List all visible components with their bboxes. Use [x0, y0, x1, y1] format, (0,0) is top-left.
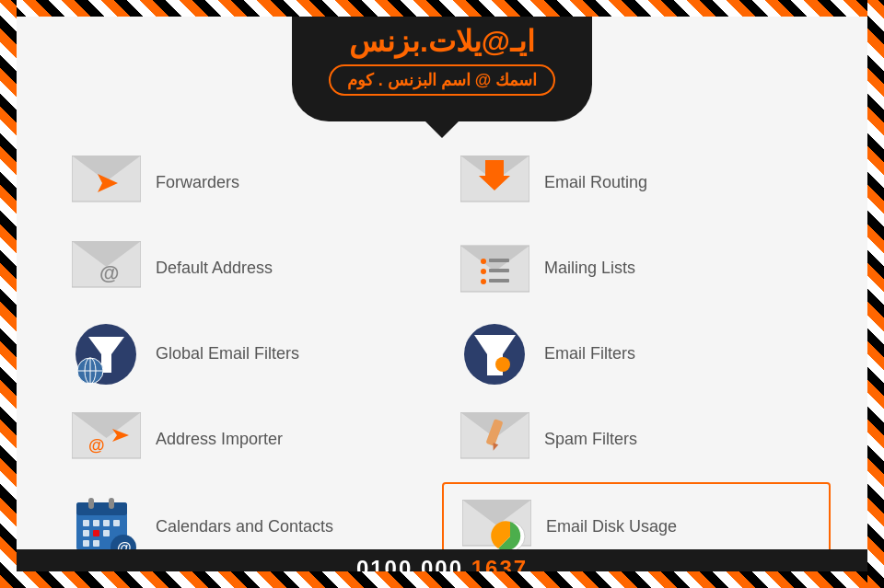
email-filters-item[interactable]: Email Filters [442, 311, 831, 397]
calendar-at-icon: @ [72, 497, 141, 557]
envelope-arrow-down-icon [460, 153, 529, 213]
envelope-arrow-right-icon [72, 153, 141, 213]
svg-rect-37 [88, 498, 94, 509]
svg-rect-12 [489, 259, 509, 262]
bottom-bar: 0100 000 1637 [0, 549, 884, 588]
phone-suffix: 1637 [471, 556, 528, 581]
svg-rect-14 [489, 269, 509, 272]
header-bubble: ايـ@يلات.بزنس اسمك @ اسم البزنس . كوم [292, 17, 593, 121]
svg-rect-45 [103, 530, 110, 536]
subtitle-pill: اسمك @ اسم البزنس . كوم [329, 64, 556, 96]
svg-rect-36 [76, 502, 127, 515]
svg-point-15 [481, 279, 486, 284]
header-area: ايـ@يلات.بزنس اسمك @ اسم البزنس . كوم [17, 17, 867, 121]
envelope-pie-icon [462, 497, 531, 557]
default-address-label: Default Address [156, 259, 273, 278]
svg-text:@: @ [88, 436, 105, 455]
envelope-at-arrow-icon: @ [72, 409, 141, 469]
svg-point-13 [481, 269, 486, 274]
svg-rect-46 [83, 540, 89, 547]
envelope-at-icon: @ [72, 238, 141, 298]
svg-rect-39 [83, 520, 89, 526]
phone-prefix: 0100 000 [356, 556, 471, 581]
default-address-item[interactable]: @ Default Address [53, 225, 442, 311]
funnel-plain-icon [460, 324, 529, 384]
global-email-filters-label: Global Email Filters [156, 344, 299, 363]
address-importer-label: Address Importer [156, 430, 283, 449]
svg-text:@: @ [99, 261, 119, 284]
global-email-filters-item[interactable]: Global Email Filters [53, 311, 442, 397]
svg-rect-43 [83, 530, 89, 536]
email-disk-usage-label: Email Disk Usage [546, 517, 677, 536]
items-grid: Forwarders Email Routing @ [17, 131, 867, 581]
spam-filters-label: Spam Filters [544, 430, 637, 449]
subtitle-text: اسمك @ اسم البزنس . كوم [347, 71, 538, 89]
svg-rect-47 [93, 540, 99, 547]
mailing-lists-item[interactable]: Mailing Lists [442, 225, 831, 311]
envelope-pen-icon [460, 409, 529, 469]
mailing-lists-label: Mailing Lists [544, 259, 635, 278]
forwarders-item[interactable]: Forwarders [53, 140, 442, 225]
svg-point-26 [495, 357, 510, 372]
svg-point-11 [481, 259, 486, 264]
address-importer-item[interactable]: @ Address Importer [53, 397, 442, 482]
funnel-globe-icon [72, 324, 141, 384]
svg-rect-41 [103, 520, 110, 526]
calendars-contacts-label: Calendars and Contacts [156, 517, 333, 536]
svg-rect-42 [113, 520, 120, 526]
svg-rect-38 [109, 498, 114, 509]
email-routing-label: Email Routing [544, 173, 647, 192]
spam-filters-item[interactable]: Spam Filters [442, 397, 831, 482]
svg-rect-40 [93, 520, 99, 526]
main-content: ايـ@يلات.بزنس اسمك @ اسم البزنس . كوم Fo… [17, 17, 867, 571]
brand-logo: ايـ@يلات.بزنس [349, 24, 535, 59]
svg-rect-16 [489, 279, 509, 282]
forwarders-label: Forwarders [156, 173, 239, 192]
email-routing-item[interactable]: Email Routing [442, 140, 831, 225]
envelope-list-icon [460, 238, 529, 298]
svg-rect-44 [93, 530, 99, 536]
phone-number: 0100 000 1637 [356, 556, 528, 582]
email-filters-label: Email Filters [544, 344, 635, 363]
